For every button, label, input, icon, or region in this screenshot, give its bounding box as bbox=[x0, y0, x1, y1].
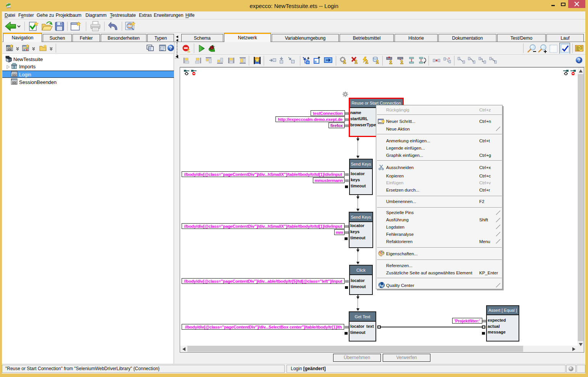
svg-text:?: ? bbox=[169, 45, 172, 51]
svg-text:?: ? bbox=[448, 57, 450, 60]
svg-text:hp: hp bbox=[380, 284, 383, 287]
svg-text:?: ? bbox=[578, 57, 581, 63]
